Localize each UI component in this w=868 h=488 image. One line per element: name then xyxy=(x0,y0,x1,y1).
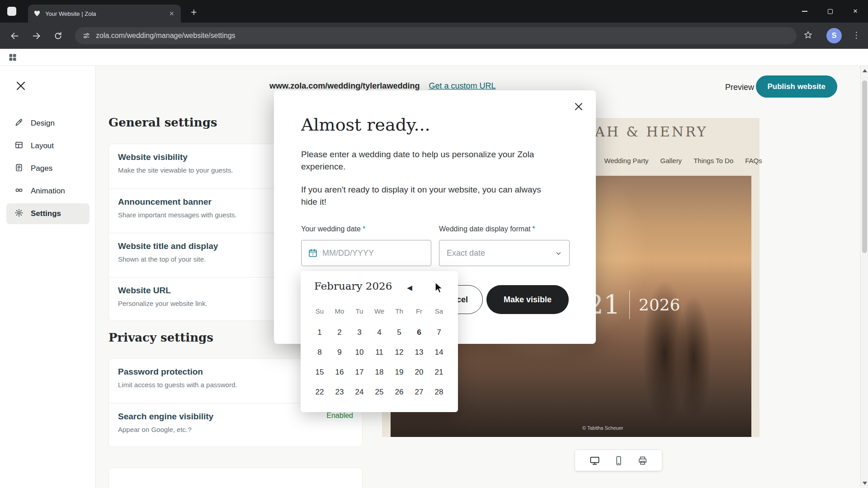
forward-icon[interactable] xyxy=(27,27,45,45)
bookmark-star-icon[interactable] xyxy=(803,30,813,42)
modal-paragraph-1: Please enter a wedding date to help us p… xyxy=(301,148,552,173)
calendar-day-22[interactable]: 22 xyxy=(310,382,330,402)
calendar-day-27[interactable]: 27 xyxy=(409,382,429,402)
calendar-day-24[interactable]: 24 xyxy=(349,382,369,402)
sidebar-item-layout[interactable]: Layout xyxy=(6,136,90,156)
preview-device-toggle xyxy=(575,450,662,471)
calendar-day-26[interactable]: 26 xyxy=(389,382,409,402)
general-settings-heading: General settings xyxy=(108,116,217,129)
url-bar[interactable]: zola.com/wedding/manage/website/settings xyxy=(75,27,797,44)
desktop-preview-icon[interactable] xyxy=(590,455,600,466)
preview-nav-item[interactable]: Things To Do xyxy=(693,157,733,164)
scrollbar-thumb[interactable] xyxy=(862,80,867,253)
new-tab-button[interactable]: + xyxy=(187,5,200,19)
browser-menu-icon[interactable]: ⋮ xyxy=(852,30,861,40)
sidebar-item-design[interactable]: Design xyxy=(6,113,90,134)
preview-nav-item[interactable]: Wedding Party xyxy=(604,157,649,164)
scroll-up-icon[interactable] xyxy=(863,69,867,72)
back-icon[interactable] xyxy=(5,27,24,45)
calendar-day-14[interactable]: 14 xyxy=(429,343,449,362)
settings-card-partial xyxy=(108,468,363,488)
profile-avatar[interactable]: S xyxy=(826,28,842,43)
bookmarks-bar xyxy=(0,49,868,66)
screen: Your Website | Zola × + × zola.com/weddi… xyxy=(0,0,868,488)
browser-tab[interactable]: Your Website | Zola × xyxy=(28,5,181,23)
calendar-day-7[interactable]: 7 xyxy=(429,323,449,343)
sidebar-item-animation[interactable]: Animation xyxy=(6,181,90,202)
calendar-day-19[interactable]: 19 xyxy=(389,362,409,382)
preview-button[interactable]: Preview xyxy=(725,83,754,92)
calendar-day-header: Tu xyxy=(349,307,369,315)
calendar-prev-month-icon[interactable]: ◀ xyxy=(404,282,415,294)
calendar-day-header: Sa xyxy=(429,307,449,315)
calendar-day-header: Su xyxy=(310,307,330,315)
pages-icon xyxy=(14,163,24,174)
publish-website-button[interactable]: Publish website xyxy=(756,75,837,98)
calendar-day-16[interactable]: 16 xyxy=(330,362,349,382)
calendar-day-6[interactable]: 6 xyxy=(409,323,429,343)
scroll-down-icon[interactable] xyxy=(863,482,867,485)
minimize-icon[interactable] xyxy=(792,0,817,23)
maximize-icon[interactable] xyxy=(817,0,843,23)
get-custom-url-link[interactable]: Get a custom URL xyxy=(429,81,495,91)
preview-nav-item[interactable]: Gallery xyxy=(660,157,682,164)
calendar-day-21[interactable]: 21 xyxy=(429,362,449,382)
setting-description: Appear on Google, etc.? xyxy=(118,426,353,433)
calendar-day-28[interactable]: 28 xyxy=(429,382,449,402)
calendar-day-11[interactable]: 11 xyxy=(369,343,389,362)
browser-window-icon[interactable] xyxy=(7,7,16,16)
calendar-day-12[interactable]: 12 xyxy=(389,343,409,362)
calendar-day-15[interactable]: 15 xyxy=(310,362,330,382)
browser-toolbar: zola.com/wedding/manage/website/settings… xyxy=(0,23,868,49)
wedding-date-input[interactable]: 2 xyxy=(301,240,431,266)
sidebar-item-label: Layout xyxy=(31,141,54,150)
print-preview-icon[interactable] xyxy=(637,455,648,466)
calendar-day-4[interactable]: 4 xyxy=(369,323,389,343)
reload-icon[interactable] xyxy=(49,27,67,45)
preview-nav-item[interactable]: FAQs xyxy=(745,157,762,164)
close-editor-icon[interactable] xyxy=(15,80,26,91)
make-visible-button[interactable]: Make visible xyxy=(486,285,569,314)
page-scrollbar[interactable] xyxy=(860,66,868,488)
sidebar-item-settings[interactable]: Settings xyxy=(6,203,90,224)
date-format-select[interactable]: Exact date xyxy=(439,240,570,266)
calendar-icon: 2 xyxy=(308,248,318,258)
sidebar-item-pages[interactable]: Pages xyxy=(6,158,90,179)
sidebar-item-label: Pages xyxy=(31,164,52,173)
wedding-date-label: Your wedding date* xyxy=(301,225,365,233)
animation-icon xyxy=(14,186,24,197)
photo-credit: © Tabitha Scheuer xyxy=(582,425,623,431)
modal-close-icon[interactable] xyxy=(573,101,584,112)
svg-text:2: 2 xyxy=(312,252,314,256)
window-controls: × xyxy=(792,0,868,23)
tab-close-icon[interactable]: × xyxy=(168,9,175,18)
chevron-down-icon xyxy=(555,250,562,257)
calendar-day-header: Mo xyxy=(330,307,349,315)
calendar-day-18[interactable]: 18 xyxy=(369,362,389,382)
calendar-month-label: February 2026 xyxy=(314,280,392,292)
preview-wedding-date: 21 2026 xyxy=(587,289,680,320)
calendar-day-9[interactable]: 9 xyxy=(330,343,349,362)
mobile-preview-icon[interactable] xyxy=(613,455,624,466)
wedding-date-text-input[interactable] xyxy=(322,249,425,258)
close-window-icon[interactable]: × xyxy=(843,0,868,23)
calendar-day-header: We xyxy=(369,307,389,315)
calendar-day-header: Th xyxy=(389,307,409,315)
calendar-day-3[interactable]: 3 xyxy=(349,323,369,343)
site-info-icon[interactable] xyxy=(82,32,90,40)
preview-nav: yWedding PartyGalleryThings To DoFAQs xyxy=(589,157,762,164)
site-url-header: www.zola.com/wedding/tylerlawedding Get … xyxy=(269,81,495,91)
calendar-day-8[interactable]: 8 xyxy=(310,343,330,362)
sidebar-item-label: Design xyxy=(31,119,55,128)
modal-title: Almost ready... xyxy=(301,115,430,135)
calendar-day-5[interactable]: 5 xyxy=(389,323,409,343)
calendar-day-23[interactable]: 23 xyxy=(330,382,349,402)
apps-grid-icon[interactable] xyxy=(8,53,17,64)
calendar-day-10[interactable]: 10 xyxy=(349,343,369,362)
calendar-day-2[interactable]: 2 xyxy=(330,323,349,343)
calendar-day-13[interactable]: 13 xyxy=(409,343,429,362)
calendar-day-20[interactable]: 20 xyxy=(409,362,429,382)
calendar-day-25[interactable]: 25 xyxy=(369,382,389,402)
calendar-day-17[interactable]: 17 xyxy=(349,362,369,382)
calendar-day-1[interactable]: 1 xyxy=(310,323,330,343)
